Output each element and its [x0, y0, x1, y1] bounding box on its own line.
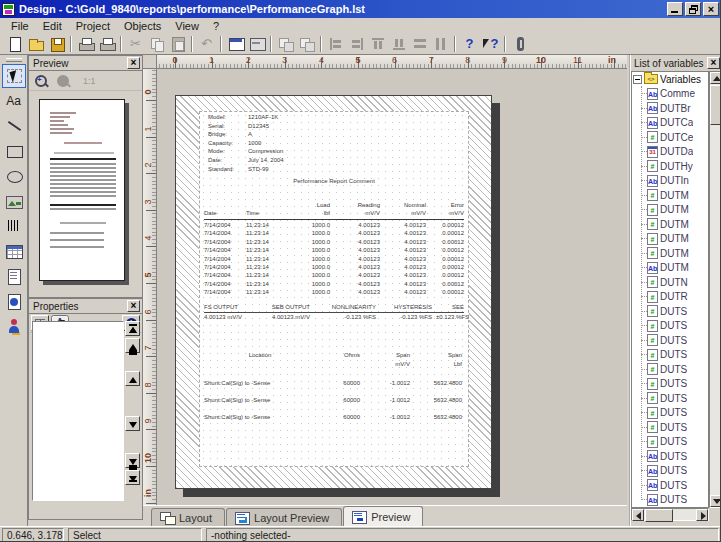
- variable-label: DUTM: [660, 248, 689, 259]
- variable-item[interactable]: AbDUTM: [632, 261, 708, 276]
- save-button[interactable]: [46, 34, 67, 54]
- preview-close-button[interactable]: ×: [127, 57, 140, 69]
- variable-item[interactable]: #DUTS: [632, 406, 708, 421]
- table-cell: 11:23:14: [246, 230, 284, 236]
- scroll-down-button[interactable]: [125, 416, 140, 431]
- number-variable-icon: #: [647, 131, 658, 143]
- variable-item[interactable]: #DUTS: [632, 348, 708, 363]
- app-icon: [2, 3, 15, 16]
- variable-item[interactable]: #DUTN: [632, 275, 708, 290]
- tool-rectangle-button[interactable]: [2, 139, 26, 163]
- menu-file[interactable]: File: [4, 20, 36, 32]
- horizontal-scrollbar-thumb[interactable]: [645, 509, 673, 522]
- print-setup-button[interactable]: [96, 34, 117, 54]
- scroll-bottom-button[interactable]: [125, 470, 140, 485]
- tab-layout-preview[interactable]: Layout Preview: [226, 508, 342, 526]
- tab-preview[interactable]: Preview: [343, 506, 423, 526]
- variable-item[interactable]: #DUTM: [632, 246, 708, 261]
- menu-view[interactable]: View: [168, 20, 206, 32]
- open-button[interactable]: [25, 34, 46, 54]
- variable-item[interactable]: #DUTM: [632, 203, 708, 218]
- variable-item[interactable]: #DUTM: [632, 188, 708, 203]
- properties-close-button[interactable]: ×: [127, 300, 140, 312]
- variables-vertical-scrollbar[interactable]: [709, 71, 721, 508]
- tool-barcode-button[interactable]: [2, 214, 26, 238]
- variable-item[interactable]: #DUTS: [632, 362, 708, 377]
- exit-button[interactable]: [509, 34, 530, 54]
- variable-item[interactable]: #DUTCe: [632, 130, 708, 145]
- design-canvas[interactable]: Model:1210AF-1KSerial:D12345Bridge:ACapa…: [157, 69, 627, 505]
- variable-item[interactable]: AbDUTS: [632, 449, 708, 464]
- tool-text-button[interactable]: [2, 89, 26, 113]
- page-thumbnail[interactable]: [39, 99, 125, 281]
- variables-horizontal-scrollbar[interactable]: [631, 508, 709, 521]
- preview-tab-icon: [352, 511, 367, 523]
- close-button[interactable]: ×: [703, 2, 719, 16]
- variable-item[interactable]: AbDUTCa: [632, 116, 708, 131]
- variable-item[interactable]: AbDUTBr: [632, 101, 708, 116]
- menu-objects[interactable]: Objects: [117, 20, 168, 32]
- variable-item[interactable]: AbDUTS: [632, 493, 708, 508]
- scroll-left-button[interactable]: [632, 509, 644, 521]
- restore-button[interactable]: [685, 2, 701, 16]
- object-properties-button[interactable]: [246, 34, 267, 54]
- actual-size-button[interactable]: 1:1: [77, 75, 102, 87]
- tool-formatted-text-button[interactable]: [2, 264, 26, 288]
- menu-edit[interactable]: Edit: [36, 20, 69, 32]
- variable-item[interactable]: AbDUTS: [632, 478, 708, 493]
- scroll-down-button[interactable]: [710, 495, 721, 507]
- variable-item[interactable]: 31DUTDa: [632, 145, 708, 160]
- zoom-out-button[interactable]: −: [55, 73, 71, 89]
- palette-grip[interactable]: [6, 58, 22, 62]
- variable-item[interactable]: #DUTS: [632, 319, 708, 334]
- variable-item[interactable]: #DUTS: [632, 435, 708, 450]
- tool-insert-object-button[interactable]: [2, 314, 26, 338]
- variable-item[interactable]: #DUTS: [632, 304, 708, 319]
- report-page[interactable]: Model:1210AF-1KSerial:D12345Bridge:ACapa…: [175, 95, 492, 489]
- tool-select-button[interactable]: [2, 64, 26, 88]
- ruler-unit: in: [608, 55, 616, 65]
- tool-line-button[interactable]: [2, 114, 26, 138]
- table-row: 7/14/200411:23:141000.04.001234.001230.0…: [204, 281, 464, 289]
- scroll-up-button[interactable]: [710, 72, 721, 84]
- variable-item[interactable]: AbDUTS: [632, 464, 708, 479]
- collapse-icon[interactable]: [633, 75, 642, 84]
- variable-item[interactable]: #DUTS: [632, 391, 708, 406]
- scroll-page-up-button[interactable]: [125, 338, 140, 353]
- print-button[interactable]: [75, 34, 96, 54]
- variable-item[interactable]: #DUTHy: [632, 159, 708, 174]
- scroll-top-button[interactable]: [125, 321, 140, 336]
- variable-item[interactable]: #DUTS: [632, 333, 708, 348]
- properties-editor[interactable]: [32, 321, 124, 501]
- menu-help[interactable]: ?: [206, 20, 226, 32]
- variables-tree-root[interactable]: <> Variables: [632, 72, 708, 87]
- table-cell: 4.00123: [384, 239, 426, 245]
- tool-picture-button[interactable]: [2, 189, 26, 213]
- variable-item[interactable]: #DUTR: [632, 290, 708, 305]
- scroll-right-button[interactable]: [696, 509, 708, 521]
- context-help-button[interactable]: [480, 34, 501, 54]
- vertical-ruler: 012345678910in: [143, 69, 157, 505]
- page-setup-button[interactable]: [225, 34, 246, 54]
- variable-item[interactable]: #DUTM: [632, 217, 708, 232]
- scroll-up-button[interactable]: [125, 371, 140, 386]
- help-button[interactable]: [459, 34, 480, 54]
- variable-item[interactable]: AbDUTIn: [632, 174, 708, 189]
- minimize-button[interactable]: [667, 2, 683, 16]
- tool-ellipse-button[interactable]: [2, 164, 26, 188]
- tool-chart-button[interactable]: [2, 289, 26, 313]
- variable-item[interactable]: #DUTS: [632, 377, 708, 392]
- variable-item[interactable]: #DUTM: [632, 232, 708, 247]
- vertical-scrollbar-thumb[interactable]: [710, 85, 721, 125]
- variables-close-button[interactable]: ×: [707, 57, 720, 69]
- variable-item[interactable]: #DUTS: [632, 420, 708, 435]
- properties-panel: Properties × AZ i: [28, 298, 143, 520]
- new-button[interactable]: [4, 34, 25, 54]
- variable-label: DUTS: [660, 335, 687, 346]
- tab-layout[interactable]: Layout: [151, 508, 225, 526]
- menu-project[interactable]: Project: [69, 20, 117, 32]
- zoom-in-button[interactable]: +: [33, 73, 49, 89]
- scroll-page-down-button[interactable]: [125, 453, 140, 468]
- variable-item[interactable]: AbComme: [632, 87, 708, 102]
- tool-table-button[interactable]: [2, 239, 26, 263]
